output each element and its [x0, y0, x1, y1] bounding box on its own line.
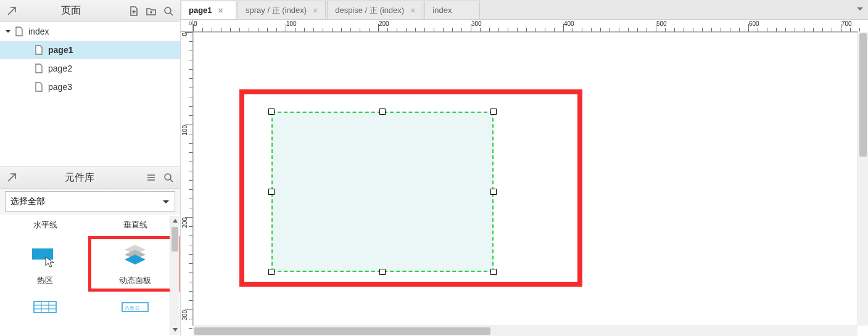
ruler-h-label: 600 — [749, 20, 759, 27]
widgets-panel-title: 元件库 — [19, 171, 141, 184]
tree-item-page2[interactable]: page2 — [0, 59, 180, 78]
scrollbar-thumb[interactable] — [172, 227, 178, 252]
widget-text-field[interactable]: A B C — [90, 297, 180, 322]
chevron-down-icon — [162, 197, 170, 207]
selection-handle[interactable] — [490, 269, 497, 275]
ruler-h-label: 300 — [471, 20, 482, 27]
widget-label: 水平线 — [33, 219, 57, 231]
widgets-scrollbar[interactable] — [170, 216, 180, 335]
widgets-list: 水平线 垂直线 热区 — [0, 215, 180, 336]
tab-label: despise / 正 (index) — [335, 5, 404, 16]
hotspot-icon — [23, 240, 67, 271]
widget-label: 动态面板 — [119, 275, 151, 286]
canvas[interactable] — [193, 32, 858, 326]
scroll-up-icon[interactable] — [170, 216, 180, 226]
ruler-v-label: 200 — [181, 218, 188, 228]
page-icon — [35, 82, 44, 92]
scrollbar-thumb[interactable] — [194, 327, 490, 335]
selection-handle[interactable] — [379, 109, 386, 115]
library-menu-icon[interactable] — [144, 171, 158, 184]
scrollbar-thumb[interactable] — [859, 33, 867, 157]
tree-item-root[interactable]: index — [0, 22, 180, 41]
tab-overflow-icon[interactable] — [853, 2, 867, 16]
widget-hotspot[interactable]: 热区 — [0, 238, 90, 290]
tree-item-label: index — [28, 27, 49, 36]
collapse-icon[interactable] — [5, 171, 19, 184]
tab-label: spray / 正 (index) — [246, 5, 307, 16]
text-field-icon: A B C — [114, 300, 157, 314]
close-icon[interactable]: × — [313, 6, 318, 15]
tree-item-label: page2 — [48, 64, 72, 73]
dynamic-panel-icon — [114, 240, 157, 271]
canvas-area: 0 0100200300400500600700 0100200300 — [181, 20, 868, 336]
collapse-icon[interactable] — [5, 4, 19, 18]
ruler-vertical[interactable]: 0100200300 — [181, 32, 193, 326]
widgets-panel-header: 元件库 — [0, 166, 180, 189]
selection-handle[interactable] — [490, 109, 497, 115]
selection-handle[interactable] — [268, 189, 275, 195]
page-icon — [35, 45, 44, 55]
widget-dynamic-panel[interactable]: 动态面板 — [90, 238, 180, 290]
ruler-v-label: 300 — [181, 310, 188, 321]
tab-index[interactable]: index — [424, 1, 480, 19]
tree-item-page1[interactable]: page1 — [0, 41, 180, 59]
svg-text:A B C: A B C — [125, 305, 140, 311]
tree-item-label: page3 — [48, 82, 72, 92]
ruler-v-label: 100 — [181, 125, 188, 136]
page-icon — [35, 64, 44, 73]
canvas-vscrollbar[interactable] — [858, 32, 868, 326]
ruler-horizontal[interactable]: 0100200300400500600700 — [193, 20, 858, 32]
add-folder-icon[interactable] — [144, 4, 158, 18]
widget-horizontal-line[interactable]: 水平线 — [0, 217, 90, 234]
add-page-icon[interactable] — [127, 4, 141, 18]
tab-strip: page1 × spray / 正 (index) × despise / 正 … — [181, 0, 868, 20]
tab-label: index — [432, 6, 452, 15]
tab-page1[interactable]: page1 × — [181, 1, 236, 19]
svg-rect-3 — [34, 301, 56, 313]
scroll-down-icon[interactable] — [170, 325, 180, 335]
pages-panel-title: 页面 — [19, 4, 123, 17]
ruler-origin: 0 — [181, 20, 193, 32]
ruler-h-label: 500 — [656, 20, 667, 27]
repeater-icon — [23, 300, 67, 314]
close-icon[interactable]: × — [218, 6, 223, 15]
page-icon — [15, 27, 25, 36]
ruler-h-label: 0 — [194, 20, 197, 27]
widget-label: 热区 — [37, 275, 53, 286]
widget-repeater[interactable] — [0, 297, 90, 322]
selection-handle[interactable] — [268, 109, 275, 115]
search-widgets-icon[interactable] — [162, 171, 175, 184]
tree-item-label: page1 — [48, 45, 73, 55]
search-pages-icon[interactable] — [162, 4, 175, 18]
pages-tree: index page1 page2 page3 — [0, 22, 180, 166]
tab-despise[interactable]: despise / 正 (index) × — [327, 1, 423, 19]
close-icon[interactable]: × — [410, 6, 415, 15]
ruler-v-label: 0 — [181, 33, 188, 36]
pages-panel-header: 页面 — [0, 0, 180, 22]
ruler-h-label: 400 — [564, 20, 574, 27]
svg-rect-2 — [32, 248, 53, 260]
selection-handle[interactable] — [268, 269, 275, 275]
ruler-h-label: 700 — [841, 20, 852, 27]
tab-label: page1 — [189, 6, 212, 15]
svg-point-1 — [165, 174, 171, 180]
tree-item-page3[interactable]: page3 — [0, 78, 180, 96]
ruler-h-label: 200 — [379, 20, 389, 27]
svg-point-0 — [165, 7, 171, 14]
selection-handle[interactable] — [379, 269, 386, 275]
selection-box[interactable] — [271, 112, 494, 272]
widget-vertical-line[interactable]: 垂直线 — [90, 217, 180, 234]
canvas-hscrollbar[interactable] — [193, 326, 858, 336]
widget-label: 垂直线 — [123, 219, 147, 231]
tab-spray[interactable]: spray / 正 (index) × — [238, 1, 326, 19]
library-select[interactable]: 选择全部 — [5, 191, 175, 212]
selection-handle[interactable] — [490, 189, 497, 195]
library-select-label: 选择全部 — [10, 196, 45, 207]
expand-icon[interactable] — [4, 28, 12, 35]
ruler-h-label: 100 — [286, 20, 297, 27]
